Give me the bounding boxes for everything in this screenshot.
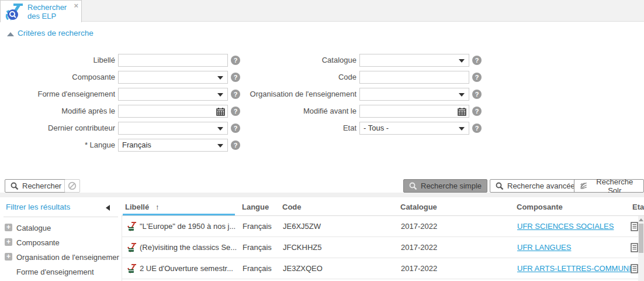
cell-langue: Français xyxy=(243,264,272,273)
elp-item-icon xyxy=(127,263,137,273)
search-icon xyxy=(496,182,504,190)
help-icon[interactable]: ? xyxy=(472,90,482,99)
etat-select[interactable]: - Tous - xyxy=(359,122,469,135)
column-header-etat[interactable]: Etat xyxy=(632,203,644,211)
catalogue-select[interactable] xyxy=(359,54,469,67)
column-header-composante[interactable]: Composante xyxy=(517,203,563,211)
tab-rechercher-elp[interactable]: Rechercher des ELP × xyxy=(0,0,82,22)
modifie-avant-input[interactable] xyxy=(359,105,469,118)
etat-label: Etat xyxy=(216,124,356,132)
help-icon[interactable]: ? xyxy=(231,140,240,150)
search-icon xyxy=(409,182,417,190)
catalogue-label: Catalogue xyxy=(216,56,356,64)
etat-status-icon xyxy=(631,243,638,252)
help-icon[interactable]: ? xyxy=(472,107,482,116)
search-icon xyxy=(11,182,19,190)
cell-langue: Français xyxy=(243,243,272,252)
elp-item-icon xyxy=(127,221,137,231)
etat-status-icon xyxy=(631,222,638,231)
cell-catalogue: 2017-2022 xyxy=(401,243,437,252)
composante-link[interactable]: UFR ARTS-LETTRES-COMMUNI... xyxy=(517,264,634,273)
results-table-body: "L'Europe" de 1950 à nos j... Français J… xyxy=(122,216,644,281)
results-table-header: Libellé ↑ Langue Code Catalogue Composan… xyxy=(122,197,644,216)
sort-asc-icon: ↑ xyxy=(155,203,160,211)
collapse-left-icon[interactable] xyxy=(106,205,110,211)
cell-libelle: (Re)visiting the classics Se... xyxy=(140,243,238,252)
composante-link[interactable]: UFR SCIENCES SOCIALES xyxy=(517,222,614,231)
recherche-solr-button[interactable]: Recherche Solr xyxy=(574,179,644,193)
rechercher-button[interactable]: Rechercher xyxy=(5,179,67,193)
filter-divider xyxy=(4,217,118,217)
cell-catalogue: 2017-2022 xyxy=(401,264,437,273)
code-label: Code xyxy=(216,73,356,81)
tab-close-icon[interactable]: × xyxy=(74,1,78,10)
cell-catalogue: 2017-2022 xyxy=(401,222,437,231)
tab-title: Rechercher des ELP xyxy=(27,3,75,20)
elp-search-icon xyxy=(5,2,25,21)
help-icon[interactable]: ? xyxy=(472,73,482,82)
sort-indicator xyxy=(123,214,235,215)
cell-code: JFCKHHZ5 xyxy=(283,243,321,252)
help-icon[interactable]: ? xyxy=(472,56,482,65)
vertical-scrollbar[interactable] xyxy=(638,216,644,281)
cell-code: JE3ZXQEO xyxy=(283,264,323,273)
column-header-code[interactable]: Code xyxy=(282,203,302,211)
table-row[interactable]: 2 UE d'Ouverture semestr... Français JE3… xyxy=(122,258,644,279)
recherche-solr-label: Recherche Solr xyxy=(591,177,638,195)
recherche-simple-button[interactable]: Recherche simple xyxy=(403,179,487,193)
modifie-avant-label: Modifié avant le xyxy=(216,107,356,115)
langue-label: * Langue xyxy=(0,140,115,149)
tab-strip xyxy=(81,0,644,22)
filter-item-forme[interactable]: Forme d'enseignement xyxy=(0,267,121,279)
rechercher-label: Rechercher xyxy=(22,181,61,190)
cell-langue: Français xyxy=(243,222,272,231)
cell-libelle: "L'Europe" de 1950 à nos j... xyxy=(140,222,238,231)
table-row[interactable]: (Re)visiting the classics Se... Français… xyxy=(122,237,644,258)
recherche-avancee-button[interactable]: Recherche avancée xyxy=(490,179,581,193)
filter-item-label: Catalogue xyxy=(16,224,119,232)
filter-item-label: Forme d'enseignement xyxy=(16,268,119,276)
filter-item-label: Organisation de l'enseignement xyxy=(16,253,119,262)
table-row[interactable]: "L'Europe" de 1950 à nos j... Français J… xyxy=(122,216,644,237)
column-header-libelle[interactable]: Libellé xyxy=(125,203,149,211)
calendar-icon[interactable] xyxy=(458,107,466,116)
filter-item-catalogue[interactable]: + Catalogue xyxy=(0,223,121,235)
scrollbar-thumb[interactable] xyxy=(639,224,643,253)
filter-item-composante[interactable]: + Composante xyxy=(0,238,121,249)
app-window: Rechercher des ELP × Critères de recherc… xyxy=(0,0,644,281)
column-header-catalogue[interactable]: Catalogue xyxy=(400,203,437,211)
langue-select[interactable]: Français xyxy=(118,139,228,152)
scroll-up-icon[interactable] xyxy=(639,218,643,221)
organisation-enseignement-select[interactable] xyxy=(359,88,469,101)
etat-status-icon xyxy=(631,264,638,273)
cancel-icon xyxy=(68,181,77,190)
cell-libelle: 2 UE d'Ouverture semestr... xyxy=(140,264,238,273)
filter-item-label: Composante xyxy=(16,238,119,247)
clear-button[interactable] xyxy=(64,179,80,193)
expand-plus-icon[interactable]: + xyxy=(5,224,12,231)
elp-item-icon xyxy=(127,242,137,252)
organisation-enseignement-label: Organisation de l'enseignement xyxy=(216,90,356,98)
filter-panel-title: Filtrer les résultats xyxy=(6,203,70,211)
expand-plus-icon[interactable]: + xyxy=(5,238,12,246)
code-input[interactable] xyxy=(359,71,469,84)
solr-icon xyxy=(580,181,587,190)
column-header-langue[interactable]: Langue xyxy=(242,203,269,211)
cell-code: JE6XJ5ZW xyxy=(283,222,321,231)
recherche-simple-label: Recherche simple xyxy=(421,181,482,190)
collapse-up-icon xyxy=(7,32,14,36)
section-divider xyxy=(0,193,644,197)
expand-plus-icon[interactable]: + xyxy=(5,253,12,261)
criteria-header[interactable]: Critères de recherche xyxy=(18,29,94,37)
recherche-avancee-label: Recherche avancée xyxy=(507,181,575,190)
help-icon[interactable]: ? xyxy=(472,124,482,133)
filter-item-organisation[interactable]: + Organisation de l'enseignement xyxy=(0,252,121,264)
composante-link[interactable]: UFR LANGUES xyxy=(517,243,571,252)
